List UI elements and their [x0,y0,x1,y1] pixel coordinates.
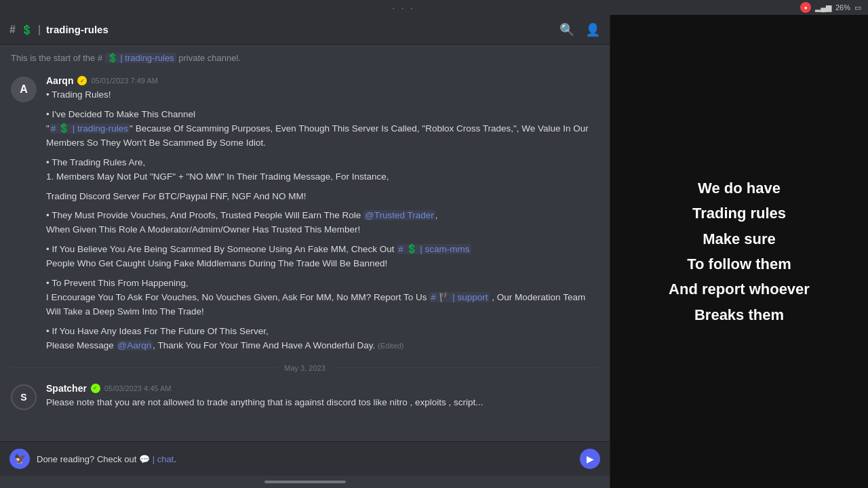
message-content-aarqn: • Trading Rules! • I've Decided To Make … [46,88,599,353]
signal-icon: ▂▄▆ [815,3,831,12]
person-icon[interactable]: 👤 [585,22,600,37]
avatar-spatcher: S [11,384,37,410]
right-panel-text: We do have Trading rules Make sure To fo… [669,176,810,327]
username-aarqn: Aarqn [46,75,73,86]
bottom-text: Done reading? Check out 💬 | chat. [37,454,573,464]
date-label: May 3, 2023 [284,364,326,372]
message-body-spatcher: Spatcher ✓ 05/03/2023 4:45 AM Please not… [46,383,599,410]
messages-container[interactable]: This is the start of the # 💲 | trading-r… [0,45,610,441]
status-bar: · · · ● ▂▄▆ 26% ▭ [0,0,868,15]
channel-ref-start: 💲 | trading-rules [105,53,176,63]
dollar-icon: 💲 [21,24,33,35]
mod-badge-spatcher: ✓ [91,384,100,393]
record-icon: ● [800,2,811,13]
menu-dots: · · · [393,3,415,13]
home-indicator [0,476,610,488]
channel-name: trading-rules [46,24,108,35]
timestamp-spatcher: 05/03/2023 4:45 AM [104,384,171,392]
bottom-icon: 🦅 [9,449,30,469]
bottom-bar: 🦅 Done reading? Check out 💬 | chat. ▶ [0,441,610,476]
right-panel: We do have Trading rules Make sure To fo… [610,15,868,488]
battery-text: 26% [835,3,850,12]
timestamp-aarqn: 05/01/2023 7:49 AM [91,77,157,85]
send-icon: ▶ [587,453,594,464]
send-button[interactable]: ▶ [580,449,600,469]
channel-start-notice: This is the start of the # 💲 | trading-r… [0,47,610,71]
message-content-spatcher: Please note that you are not allowed to … [46,396,599,410]
message-aarqn: A Aarqn ✓ 05/01/2023 7:49 AM • Trading R… [0,71,610,357]
battery-icon: ▭ [854,3,861,12]
channel-header: # 💲 | trading-rules 🔍 👤 [0,15,610,45]
search-icon[interactable]: 🔍 [559,22,574,37]
chat-panel: # 💲 | trading-rules 🔍 👤 This is the star… [0,15,610,488]
hash-icon: # [9,24,16,36]
avatar-aarqn: A [11,77,37,102]
date-separator: May 3, 2023 [0,357,610,379]
divider: | [38,24,41,36]
message-spatcher: S Spatcher ✓ 05/03/2023 4:45 AM Please n… [0,379,610,414]
mod-badge-aarqn: ✓ [77,76,87,85]
username-spatcher: Spatcher [46,383,87,394]
message-body-aarqn: Aarqn ✓ 05/01/2023 7:49 AM • Trading Rul… [46,75,599,353]
